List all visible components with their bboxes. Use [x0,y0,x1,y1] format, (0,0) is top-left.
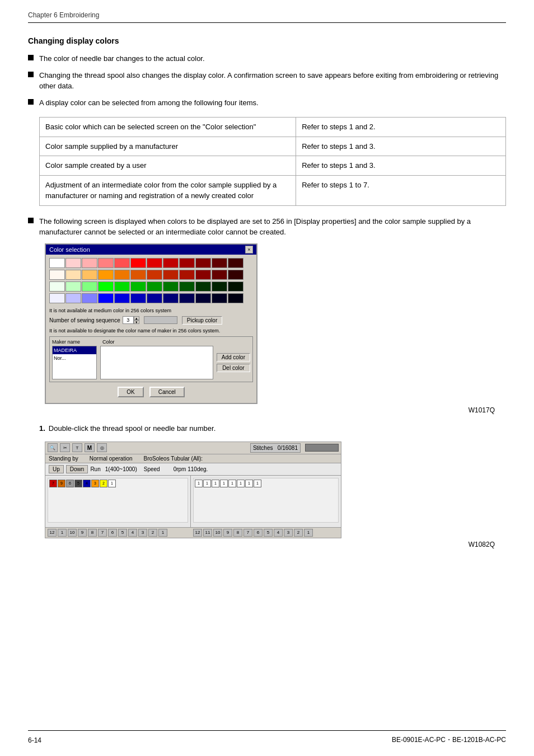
swatch[interactable] [147,293,162,303]
nb-5[interactable]: 4 [83,480,91,487]
rnn-1[interactable]: 1 [304,529,313,537]
machine-icon-1[interactable]: 🔍 [48,443,58,452]
swatch[interactable] [179,293,195,303]
machine-icon-5[interactable]: ◎ [97,443,107,452]
swatch[interactable] [130,258,146,268]
rnn-6[interactable]: 6 [254,529,263,537]
swatch[interactable] [130,270,146,280]
swatch[interactable] [228,270,243,280]
machine-icon-3[interactable]: T [72,443,82,452]
nb-2[interactable]: 9 [58,480,65,487]
spin-up-button[interactable]: ▲ [134,316,139,320]
machine-icon-2[interactable]: ✂ [60,443,70,452]
swatch[interactable] [130,293,146,303]
rnb-4[interactable]: 1 [220,480,228,487]
swatch[interactable] [228,281,243,292]
rnn-7[interactable]: 7 [243,529,252,537]
nn-11[interactable]: 1 [58,529,67,537]
swatch[interactable] [212,281,227,292]
maker-item[interactable]: Nor... [53,354,96,362]
swatch[interactable] [179,270,195,280]
rnb-2[interactable]: 1 [203,480,211,487]
swatch[interactable] [147,258,162,268]
swatch[interactable] [65,258,81,268]
rnb-5[interactable]: 1 [228,480,236,487]
dialog-close-button[interactable]: × [245,246,253,253]
rnn-4[interactable]: 4 [274,529,283,537]
nn-8[interactable]: 8 [88,529,97,537]
rnb-3[interactable]: 1 [212,480,219,487]
rnb-8[interactable]: 1 [254,480,261,487]
rnn-5[interactable]: 5 [264,529,273,537]
swatch[interactable] [195,293,211,303]
rnb-1[interactable]: 1 [195,480,203,487]
swatch[interactable] [114,281,130,292]
swatch[interactable] [195,270,211,280]
swatch[interactable] [98,281,114,292]
swatch[interactable] [49,270,65,280]
pickup-color-button[interactable]: Pickup color [182,316,222,325]
swatch[interactable] [163,281,179,292]
nb-6[interactable]: 3 [91,480,99,487]
nn-12[interactable]: 12 [48,529,57,537]
nn-5[interactable]: 5 [118,529,127,537]
swatch[interactable] [82,258,97,268]
del-color-button[interactable]: Del color [217,364,250,372]
swatch[interactable] [98,293,114,303]
nn-2[interactable]: 2 [148,529,157,537]
swatch[interactable] [98,270,114,280]
rnn-8[interactable]: 8 [233,529,242,537]
machine-icon-4[interactable]: M [85,443,95,452]
swatch[interactable] [65,293,81,303]
rnb-6[interactable]: 1 [237,480,245,487]
swatch[interactable] [212,258,227,268]
down-button[interactable]: Down [66,465,88,473]
rnn-3[interactable]: 3 [284,529,293,537]
swatch[interactable] [82,293,97,303]
spin-down-button[interactable]: ▼ [134,320,139,324]
nb-8[interactable]: 1 [108,480,116,487]
swatch[interactable] [163,258,179,268]
sewing-seq-input[interactable] [123,316,134,324]
swatch[interactable] [147,270,162,280]
swatch[interactable] [82,281,97,292]
add-color-button[interactable]: Add color [217,353,250,361]
swatch[interactable] [228,293,243,303]
nn-7[interactable]: 7 [98,529,107,537]
swatch[interactable] [179,258,195,268]
swatch[interactable] [179,281,195,292]
swatch[interactable] [212,293,227,303]
swatch[interactable] [114,258,130,268]
rnn-2[interactable]: 2 [294,529,303,537]
rnn-12[interactable]: 12 [193,529,202,537]
swatch[interactable] [228,258,243,268]
swatch[interactable] [114,293,130,303]
nn-4[interactable]: 4 [128,529,137,537]
nn-6[interactable]: 6 [108,529,117,537]
nn-3[interactable]: 3 [138,529,147,537]
swatch[interactable] [49,258,65,268]
maker-list[interactable]: MADEIRA Nor... [52,346,97,379]
nb-1[interactable]: 7 [49,480,57,487]
swatch[interactable] [114,270,130,280]
nn-9[interactable]: 9 [78,529,87,537]
nn-10[interactable]: 10 [68,529,77,537]
swatch[interactable] [65,281,81,292]
nb-3[interactable]: 6 [66,480,74,487]
swatch[interactable] [163,293,179,303]
color-list[interactable] [100,346,213,379]
cancel-button[interactable]: Cancel [149,387,185,397]
ok-button[interactable]: OK [118,387,143,397]
swatch[interactable] [98,258,114,268]
swatch[interactable] [163,270,179,280]
swatch[interactable] [130,281,146,292]
swatch[interactable] [195,281,211,292]
swatch[interactable] [212,270,227,280]
swatch[interactable] [147,281,162,292]
maker-item-selected[interactable]: MADEIRA [53,346,96,354]
nb-7[interactable]: 2 [100,480,107,487]
rnn-10[interactable]: 10 [213,529,222,537]
up-button[interactable]: Up [49,465,64,473]
swatch[interactable] [82,270,97,280]
swatch[interactable] [49,293,65,303]
